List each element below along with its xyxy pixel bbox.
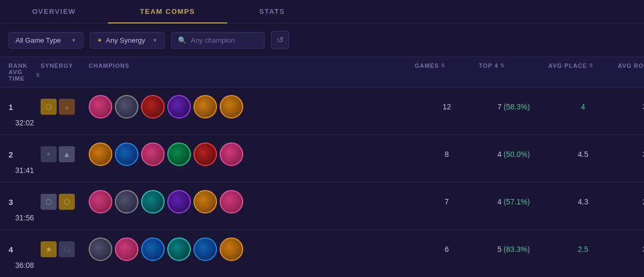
cell-top4: 5 (83.3%) xyxy=(479,245,548,254)
rank-3: 3 xyxy=(9,197,41,207)
champion-avatar[interactable] xyxy=(193,190,217,213)
champion-avatar[interactable] xyxy=(167,238,191,261)
champion-avatar[interactable] xyxy=(89,190,112,213)
game-type-filter[interactable]: All Game Type ▼ xyxy=(9,32,83,49)
synergy-chevron: ▼ xyxy=(152,37,158,43)
cell-games: 7 xyxy=(415,197,479,206)
cell-avg-time: 31:41 xyxy=(9,166,41,175)
champion-avatar[interactable] xyxy=(167,190,191,213)
top4-pct: (83.3%) xyxy=(503,245,530,254)
champion-avatar[interactable] xyxy=(193,143,217,166)
champion-avatar[interactable] xyxy=(167,95,191,118)
synergy-icon: ⬡ xyxy=(41,194,57,210)
games-sort-icon: ⇅ xyxy=(441,63,446,68)
team-comps-table: RANK SYNERGY CHAMPIONS GAMES ⇅ TOP 4 ⇅ A… xyxy=(0,57,644,277)
champion-avatar[interactable] xyxy=(141,143,165,166)
cell-avg-place: 4.3 xyxy=(548,197,618,206)
col-games[interactable]: GAMES ⇅ xyxy=(415,62,479,69)
col-champions: CHAMPIONS xyxy=(89,62,415,69)
avg-place-sort-icon: ⇅ xyxy=(589,63,594,68)
synergy-icon: ⬡ xyxy=(59,194,75,210)
champion-avatar[interactable] xyxy=(193,95,217,118)
synergy-icon: ⬡ xyxy=(41,99,57,115)
cell-games: 12 xyxy=(415,102,479,111)
top4-pct: (50.0%) xyxy=(503,150,530,159)
champion-avatar[interactable] xyxy=(167,143,191,166)
synergy-star-icon: ✦ xyxy=(97,36,103,44)
champion-avatar[interactable] xyxy=(141,238,165,261)
cell-top4: 7 (58.3%) xyxy=(479,102,548,111)
col-top4[interactable]: TOP 4 ⇅ xyxy=(479,62,548,69)
synergy-filter[interactable]: ✦ Any Synergy ▼ xyxy=(90,32,165,49)
cell-synergy: ✦▲ xyxy=(41,146,89,162)
rank-2: 2 xyxy=(9,150,41,159)
cell-avg-round: 33.6 xyxy=(618,150,644,159)
cell-avg-place: 4.5 xyxy=(548,150,618,159)
col-avg-round[interactable]: AVG ROUND ⇅ xyxy=(618,62,644,69)
nav-tabs: OVERVIEW TEAM COMPS STATS xyxy=(0,0,644,23)
champion-avatar[interactable] xyxy=(115,95,138,118)
top4-pct: (58.3%) xyxy=(503,102,530,111)
avg-time-sort-icon: ⇅ xyxy=(36,73,41,78)
cell-avg-round: 32.2 xyxy=(618,102,644,111)
rank-4: 4 xyxy=(9,245,41,254)
tab-overview[interactable]: OVERVIEW xyxy=(0,0,108,23)
champion-avatar[interactable] xyxy=(115,143,138,166)
col-avg-time[interactable]: AVG TIME ⇅ xyxy=(9,69,41,82)
cell-avg-place: 2.5 xyxy=(548,245,618,254)
table-row[interactable]: 3⬡⬡74 (57.1%)4.322.631:56 xyxy=(0,183,644,230)
champion-avatar[interactable] xyxy=(89,238,112,261)
table-header: RANK SYNERGY CHAMPIONS GAMES ⇅ TOP 4 ⇅ A… xyxy=(0,57,644,88)
cell-games: 6 xyxy=(415,245,479,254)
table-row[interactable]: 4★⬡65 (83.3%)2.531.336:08 xyxy=(0,230,644,277)
champion-avatar[interactable] xyxy=(141,190,165,213)
champion-avatar[interactable] xyxy=(220,143,243,166)
table-row[interactable]: 1⬡▲127 (58.3%)432.232:02 xyxy=(0,88,644,135)
cell-avg-round: 22.6 xyxy=(618,197,644,206)
refresh-button[interactable]: ↺ xyxy=(271,31,289,49)
cell-champions xyxy=(89,190,415,213)
champion-avatar[interactable] xyxy=(220,190,243,213)
champion-avatar[interactable] xyxy=(220,95,243,118)
synergy-label: Any Synergy xyxy=(106,36,145,44)
col-avg-place[interactable]: AVG PLACE ⇅ xyxy=(548,62,618,69)
champion-avatar[interactable] xyxy=(89,143,112,166)
cell-avg-time: 32:02 xyxy=(9,118,41,127)
tab-team-comps[interactable]: TEAM COMPS xyxy=(108,0,227,23)
rank-1: 1 xyxy=(9,102,41,112)
table-body: 1⬡▲127 (58.3%)432.232:022✦▲84 (50.0%)4.5… xyxy=(0,88,644,277)
cell-champions xyxy=(89,95,415,118)
game-type-label: All Game Type xyxy=(15,36,61,44)
table-row[interactable]: 2✦▲84 (50.0%)4.533.631:41 xyxy=(0,135,644,183)
game-type-chevron: ▼ xyxy=(71,37,76,43)
champion-avatar[interactable] xyxy=(115,238,138,261)
champion-search-placeholder: Any champion xyxy=(191,36,235,44)
cell-avg-time: 36:08 xyxy=(9,261,41,270)
cell-synergy: ⬡⬡ xyxy=(41,194,89,210)
champion-search[interactable]: 🔍 Any champion xyxy=(171,32,265,49)
col-synergy: SYNERGY xyxy=(41,62,89,69)
synergy-icon: ⬡ xyxy=(59,241,75,257)
cell-top4: 4 (57.1%) xyxy=(479,197,548,206)
filters-bar: All Game Type ▼ ✦ Any Synergy ▼ 🔍 Any ch… xyxy=(0,23,644,57)
synergy-icon: ★ xyxy=(41,241,57,257)
synergy-icon: ✦ xyxy=(41,146,57,162)
cell-top4: 4 (50.0%) xyxy=(479,150,548,159)
col-rank: RANK xyxy=(9,62,41,69)
top4-sort-icon: ⇅ xyxy=(500,63,505,68)
synergy-icon: ▲ xyxy=(59,146,75,162)
champion-avatar[interactable] xyxy=(193,238,217,261)
champion-avatar[interactable] xyxy=(220,238,243,261)
champion-avatar[interactable] xyxy=(115,190,138,213)
champion-avatar[interactable] xyxy=(141,95,165,118)
tab-stats[interactable]: STATS xyxy=(227,0,317,23)
champion-avatar[interactable] xyxy=(89,95,112,118)
cell-synergy: ⬡▲ xyxy=(41,99,89,115)
cell-avg-time: 31:56 xyxy=(9,213,41,222)
synergy-icon: ▲ xyxy=(59,99,75,115)
cell-avg-place: 4 xyxy=(548,102,618,111)
cell-avg-round: 31.3 xyxy=(618,245,644,254)
cell-games: 8 xyxy=(415,150,479,159)
cell-champions xyxy=(89,143,415,166)
cell-synergy: ★⬡ xyxy=(41,241,89,257)
